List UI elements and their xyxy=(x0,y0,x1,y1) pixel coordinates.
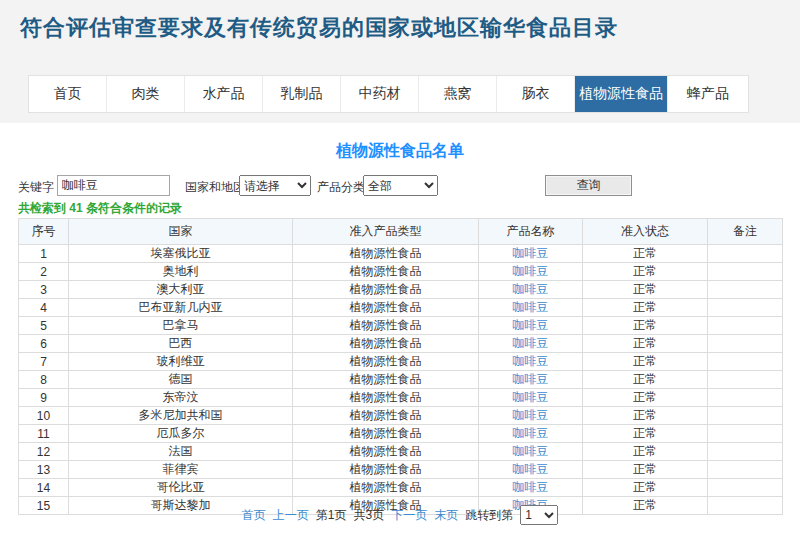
cell-remark xyxy=(708,317,783,335)
nav-tab-aquatic[interactable]: 水产品 xyxy=(185,76,263,112)
table-row: 12 法国 植物源性食品 咖啡豆 正常 xyxy=(19,443,783,461)
cell-country: 澳大利亚 xyxy=(69,281,293,299)
cell-country: 巴布亚新几内亚 xyxy=(69,299,293,317)
cell-no: 12 xyxy=(19,443,69,461)
table-row: 11 厄瓜多尔 植物源性食品 咖啡豆 正常 xyxy=(19,425,783,443)
nav-tab-herbs[interactable]: 中药材 xyxy=(341,76,419,112)
cell-type: 植物源性食品 xyxy=(293,407,479,425)
col-header-status: 准入状态 xyxy=(583,219,708,245)
nav-tab-home[interactable]: 首页 xyxy=(29,76,107,112)
product-link[interactable]: 咖啡豆 xyxy=(513,354,549,368)
cell-product: 咖啡豆 xyxy=(479,317,583,335)
cell-country: 东帝汶 xyxy=(69,389,293,407)
cell-remark xyxy=(708,389,783,407)
search-bar: 关键字： 国家和地区： 请选择 产品分类： 全部 查询 xyxy=(0,174,800,200)
cell-status: 正常 xyxy=(583,479,708,497)
cell-type: 植物源性食品 xyxy=(293,245,479,263)
product-link[interactable]: 咖啡豆 xyxy=(513,462,549,476)
table-header-row: 序号 国家 准入产品类型 产品名称 准入状态 备注 xyxy=(19,219,783,245)
cell-type: 植物源性食品 xyxy=(293,335,479,353)
cell-no: 6 xyxy=(19,335,69,353)
nav-tab-meat[interactable]: 肉类 xyxy=(107,76,185,112)
product-link[interactable]: 咖啡豆 xyxy=(513,246,549,260)
product-link[interactable]: 咖啡豆 xyxy=(513,390,549,404)
product-link[interactable]: 咖啡豆 xyxy=(513,480,549,494)
cell-type: 植物源性食品 xyxy=(293,371,479,389)
cell-status: 正常 xyxy=(583,461,708,479)
country-select[interactable]: 请选择 xyxy=(239,175,311,196)
cell-type: 植物源性食品 xyxy=(293,461,479,479)
cell-type: 植物源性食品 xyxy=(293,263,479,281)
pagination-jump-label: 跳转到第 xyxy=(465,507,513,524)
cell-no: 9 xyxy=(19,389,69,407)
cell-country: 玻利维亚 xyxy=(69,353,293,371)
category-select[interactable]: 全部 xyxy=(363,175,438,196)
product-link[interactable]: 咖啡豆 xyxy=(513,264,549,278)
cell-remark xyxy=(708,425,783,443)
cell-remark xyxy=(708,461,783,479)
cell-type: 植物源性食品 xyxy=(293,299,479,317)
cell-type: 植物源性食品 xyxy=(293,281,479,299)
cell-product: 咖啡豆 xyxy=(479,443,583,461)
table-row: 6 巴西 植物源性食品 咖啡豆 正常 xyxy=(19,335,783,353)
cell-product: 咖啡豆 xyxy=(479,335,583,353)
table-row: 14 哥伦比亚 植物源性食品 咖啡豆 正常 xyxy=(19,479,783,497)
product-link[interactable]: 咖啡豆 xyxy=(513,372,549,386)
nav-tab-dairy[interactable]: 乳制品 xyxy=(263,76,341,112)
header-band: 符合评估审查要求及有传统贸易的国家或地区输华食品目录 首页 肉类 水产品 乳制品… xyxy=(0,0,800,123)
nav-tab-birds-nest[interactable]: 燕窝 xyxy=(419,76,497,112)
cell-product: 咖啡豆 xyxy=(479,281,583,299)
col-header-remark: 备注 xyxy=(708,219,783,245)
product-link[interactable]: 咖啡豆 xyxy=(513,426,549,440)
cell-product: 咖啡豆 xyxy=(479,389,583,407)
query-button[interactable]: 查询 xyxy=(545,175,632,196)
cell-product: 咖啡豆 xyxy=(479,407,583,425)
keyword-input[interactable] xyxy=(57,175,170,196)
section-title: 植物源性食品名单 xyxy=(0,141,800,162)
cell-country: 哥伦比亚 xyxy=(69,479,293,497)
pagination: 首页 上一页 第1页 共3页 下一页 末页 跳转到第 1 xyxy=(0,505,800,525)
cell-status: 正常 xyxy=(583,299,708,317)
cell-product: 咖啡豆 xyxy=(479,263,583,281)
table-body: 1 埃塞俄比亚 植物源性食品 咖啡豆 正常 2 奥地利 植物源性食品 咖啡豆 正… xyxy=(19,245,783,515)
page-title: 符合评估审查要求及有传统贸易的国家或地区输华食品目录 xyxy=(20,13,618,43)
pagination-total-pages: 共3页 xyxy=(354,507,385,524)
pagination-prev-link[interactable]: 上一页 xyxy=(273,507,309,524)
cell-no: 14 xyxy=(19,479,69,497)
pagination-last-link[interactable]: 末页 xyxy=(434,507,458,524)
cell-status: 正常 xyxy=(583,407,708,425)
col-header-no: 序号 xyxy=(19,219,69,245)
cell-country: 厄瓜多尔 xyxy=(69,425,293,443)
cell-product: 咖啡豆 xyxy=(479,479,583,497)
product-link[interactable]: 咖啡豆 xyxy=(513,444,549,458)
cell-type: 植物源性食品 xyxy=(293,353,479,371)
cell-type: 植物源性食品 xyxy=(293,443,479,461)
nav-tab-bee-products[interactable]: 蜂产品 xyxy=(668,76,748,112)
pagination-first-link[interactable]: 首页 xyxy=(242,507,266,524)
cell-type: 植物源性食品 xyxy=(293,389,479,407)
pagination-next-link[interactable]: 下一页 xyxy=(391,507,427,524)
cell-status: 正常 xyxy=(583,389,708,407)
cell-type: 植物源性食品 xyxy=(293,425,479,443)
cell-status: 正常 xyxy=(583,281,708,299)
table-row: 13 菲律宾 植物源性食品 咖啡豆 正常 xyxy=(19,461,783,479)
product-link[interactable]: 咖啡豆 xyxy=(513,408,549,422)
jump-page-select[interactable]: 1 xyxy=(520,505,558,525)
table-row: 2 奥地利 植物源性食品 咖啡豆 正常 xyxy=(19,263,783,281)
nav-tab-plant-foods[interactable]: 植物源性食品 xyxy=(575,76,668,112)
table-row: 8 德国 植物源性食品 咖啡豆 正常 xyxy=(19,371,783,389)
product-link[interactable]: 咖啡豆 xyxy=(513,318,549,332)
cell-status: 正常 xyxy=(583,443,708,461)
page: 符合评估审查要求及有传统贸易的国家或地区输华食品目录 首页 肉类 水产品 乳制品… xyxy=(0,0,800,553)
cell-status: 正常 xyxy=(583,353,708,371)
cell-no: 1 xyxy=(19,245,69,263)
cell-country: 法国 xyxy=(69,443,293,461)
cell-no: 13 xyxy=(19,461,69,479)
nav-tab-casings[interactable]: 肠衣 xyxy=(497,76,575,112)
product-link[interactable]: 咖啡豆 xyxy=(513,336,549,350)
cell-no: 5 xyxy=(19,317,69,335)
col-header-type: 准入产品类型 xyxy=(293,219,479,245)
table-row: 9 东帝汶 植物源性食品 咖啡豆 正常 xyxy=(19,389,783,407)
product-link[interactable]: 咖啡豆 xyxy=(513,300,549,314)
product-link[interactable]: 咖啡豆 xyxy=(513,282,549,296)
